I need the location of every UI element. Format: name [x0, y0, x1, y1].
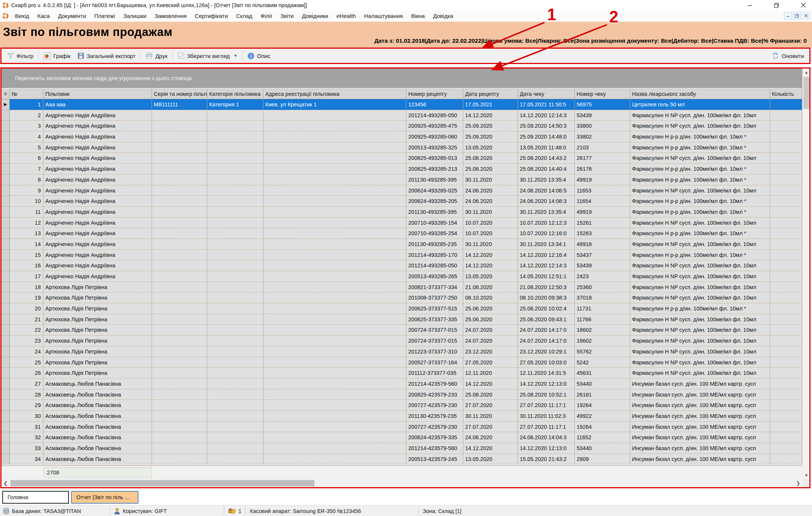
scroll-down-icon[interactable]: ▼	[803, 471, 810, 479]
menu-item-вікна[interactable]: Вікна	[407, 11, 429, 21]
table-cell	[207, 411, 263, 422]
table-cell: 24.06.2020 14:04:3	[518, 432, 575, 443]
table-row[interactable]: 25Артюхова Лідія Петрівна200527-373377-1…	[1, 357, 802, 368]
table-row[interactable]: 15Андріченко Надія Андріївна201214-49328…	[1, 250, 802, 261]
menu-item-довідники[interactable]: Довідники	[298, 11, 332, 21]
table-row[interactable]: 34Асмаковець Любов Панасівна200513-42357…	[1, 454, 802, 465]
table-row[interactable]: 23Артюхова Лідія Петрівна200724-373377-0…	[1, 336, 802, 346]
chart-button[interactable]: Графік	[40, 50, 74, 61]
menu-item-ehealth[interactable]: eHealth	[332, 11, 360, 21]
mdi-restore-icon[interactable]	[793, 12, 801, 19]
table-row[interactable]: 32Асмаковець Любов Панасівна200624-42357…	[1, 432, 802, 443]
row-indicator	[1, 303, 10, 314]
description-button[interactable]: i Опис	[244, 50, 274, 61]
column-header[interactable]: Дата чеку	[518, 89, 575, 99]
column-header[interactable]: №	[10, 89, 43, 99]
row-indicator	[1, 357, 10, 368]
table-cell: 24.06.2020	[463, 432, 518, 443]
print-button[interactable]: Друк	[142, 50, 171, 61]
menu-item-замовлення[interactable]: Замовлення	[150, 11, 190, 21]
table-row[interactable]: 6Андріченко Надія Андріївна200825-493285…	[1, 153, 802, 164]
column-header[interactable]: Номер чеку	[575, 89, 630, 99]
table-row[interactable]: 26Артюхова Лідія Петрівна201112-373377-0…	[1, 368, 802, 379]
column-header[interactable]: Кількість	[770, 89, 802, 99]
menu-item-залишки[interactable]: Залишки	[119, 11, 151, 21]
group-by-panel[interactable]: Перетягніть заголовок колонки сюди для у…	[1, 69, 810, 88]
table-cell: 21	[10, 314, 43, 325]
table-row[interactable]: 20Артюхова Лідія Петрівна200625-373377-5…	[1, 303, 802, 314]
row-indicator	[1, 142, 10, 153]
menu-item-документи[interactable]: Документи	[54, 11, 90, 21]
scroll-left-icon[interactable]: ❮	[1, 479, 10, 487]
close-icon[interactable]	[799, 1, 808, 9]
menu-item-філії[interactable]: Філії	[256, 11, 276, 21]
menu-item-звіти[interactable]: Звіти	[276, 11, 298, 21]
menu-item-сертифікати[interactable]: Сертифікати	[191, 11, 232, 21]
menu-item-довідка[interactable]: Довідка	[429, 11, 457, 21]
column-chooser-icon[interactable]: ≣	[1, 89, 10, 99]
table-cell: 53439	[575, 110, 630, 121]
column-header[interactable]: Пільговик	[43, 89, 152, 99]
column-header[interactable]: Номер рецепту	[406, 89, 463, 99]
mdi-close-icon[interactable]	[802, 12, 810, 19]
refresh-button[interactable]: Оновити	[768, 50, 808, 61]
table-cell: 11654	[575, 196, 630, 207]
table-row[interactable]: ▶1Ааа аааМВ111111Категория 1Киев, ул Кре…	[1, 99, 802, 110]
scroll-up-icon[interactable]: ▲	[803, 69, 810, 76]
table-row[interactable]: 2Андріченко Надія Андріївна201214-493285…	[1, 110, 802, 121]
table-row[interactable]: 28Асмаковець Любов Панасівна200825-42357…	[1, 389, 802, 400]
table-row[interactable]: 19Артюхова Лідія Петрівна201008-373377-2…	[1, 292, 802, 303]
table-row[interactable]: 3Андріченко Надія Андріївна200925-493285…	[1, 121, 802, 131]
table-row[interactable]: 16Андріченко Надія Андріївна201214-49328…	[1, 260, 802, 271]
menu-item-платежі[interactable]: Платежі	[90, 11, 119, 21]
table-row[interactable]: 10Андріченко Надія Андріївна200624-49328…	[1, 196, 802, 207]
scroll-right-icon[interactable]: ❯	[794, 479, 802, 487]
vertical-scroll-thumb[interactable]	[803, 77, 809, 109]
table-cell	[207, 443, 263, 454]
table-row[interactable]: 31Асмаковець Любов Панасівна200727-42357…	[1, 422, 802, 432]
table-row[interactable]: 24Артюхова Лідія Петрівна201223-373377-3…	[1, 346, 802, 357]
table-row[interactable]: 33Асмаковець Любов Панасівна201214-42357…	[1, 443, 802, 454]
table-row[interactable]: 8Андріченко Надія Андріївна201130-493285…	[1, 174, 802, 185]
column-header[interactable]: Серія та номер пільговика	[152, 89, 207, 99]
table-row[interactable]: 27Асмаковець Любов Панасівна201214-42357…	[1, 379, 802, 389]
table-row[interactable]: 11Андріченко Надія Андріївна201130-49328…	[1, 207, 802, 218]
export-button[interactable]: Загальний експорт	[74, 50, 139, 61]
mdi-minimize-icon[interactable]	[784, 12, 792, 19]
table-row[interactable]: 30Асмаковець Любов Панасівна201130-42357…	[1, 411, 802, 422]
table-row[interactable]: 18Артюхова Лідія Петрівна200821-373377-3…	[1, 282, 802, 293]
column-header[interactable]: Категорія пільговика	[207, 89, 263, 99]
table-row[interactable]: 4Андріченко Надія Андріївна200925-493285…	[1, 131, 802, 142]
column-header[interactable]: Назва лікарського засобу	[630, 89, 770, 99]
table-row[interactable]: 22Артюхова Лідія Петрівна200724-373377-0…	[1, 325, 802, 336]
menu-item-налаштування[interactable]: Налаштування	[360, 11, 407, 21]
column-header[interactable]: Адреса реестрації пільговика	[263, 89, 406, 99]
menu-item-склад[interactable]: Склад	[232, 11, 256, 21]
table-row[interactable]: 13Андріченко Надія Андріївна200710-49328…	[1, 228, 802, 239]
save-view-button[interactable]: Зберегти вигляд ▼	[174, 50, 241, 61]
chevron-down-icon[interactable]: ▼	[234, 54, 237, 58]
tab-home[interactable]: Головна	[2, 491, 69, 504]
horizontal-scrollbar[interactable]: ❮ ❯	[1, 479, 802, 487]
column-header[interactable]: Дата рецепту	[463, 89, 518, 99]
minimize-icon[interactable]	[745, 1, 754, 9]
table-row[interactable]: 12Андріченко Надія Андріївна200710-49328…	[1, 218, 802, 228]
table-cell	[207, 303, 263, 314]
menu-item-вихід[interactable]: Вихід	[11, 11, 33, 21]
menu-item-каса[interactable]: Каса	[33, 11, 54, 21]
row-indicator	[1, 336, 10, 346]
table-row[interactable]: 17Андріченко Надія Андріївна200513-49328…	[1, 271, 802, 282]
table-row[interactable]: 5Андріченко Надія Андріївна200513-493285…	[1, 142, 802, 153]
horizontal-scroll-thumb[interactable]	[10, 480, 314, 486]
tab-report[interactable]: Отчет [Звіт по піль ...	[71, 491, 138, 504]
table-row[interactable]: 29Асмаковець Любов Панасівна200727-42357…	[1, 400, 802, 411]
table-cell: 26177	[575, 153, 630, 164]
filter-button[interactable]: Фільтр	[4, 50, 37, 61]
restore-icon[interactable]	[772, 1, 781, 9]
table-cell: 200821-373377-334	[406, 282, 463, 293]
vertical-scrollbar[interactable]: ▲ ▼	[802, 69, 810, 479]
table-row[interactable]: 21Артюхова Лідія Петрівна200625-373377-3…	[1, 314, 802, 325]
table-row[interactable]: 7Андріченко Надія Андріївна200825-493285…	[1, 164, 802, 174]
table-row[interactable]: 9Андріченко Надія Андріївна200624-493285…	[1, 185, 802, 196]
table-row[interactable]: 14Андріченко Надія Андріївна201130-49328…	[1, 239, 802, 250]
